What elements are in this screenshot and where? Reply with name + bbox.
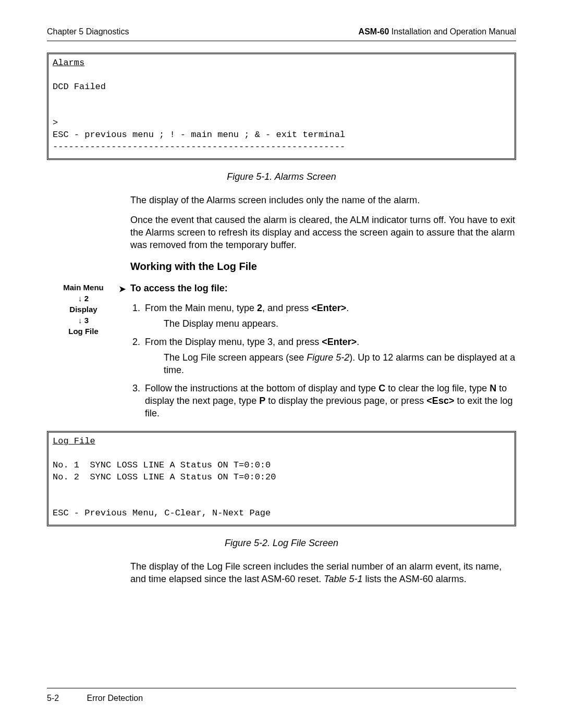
header-product: ASM-60 Installation and Operation Manual bbox=[359, 27, 516, 36]
breadcrumb-display: Display bbox=[47, 304, 120, 315]
body-text-2: The display of the Log File screen inclu… bbox=[130, 560, 516, 585]
step-1: From the Main menu, type 2, and press <E… bbox=[143, 302, 516, 330]
log-row-2: No. 2 SYNC LOSS LINE A Status ON T=0:0:2… bbox=[53, 472, 276, 482]
step-2-text-c: . bbox=[357, 337, 359, 347]
step-1-result: The Display menu appears. bbox=[164, 317, 516, 330]
lead-to-access-log-file: To access the log file: bbox=[130, 282, 516, 294]
step-1-key-enter: <Enter> bbox=[311, 303, 346, 313]
breadcrumb-arrow-2: ↓ 3 bbox=[47, 315, 120, 326]
step-3-text-a: Follow the instructions at the bottom of… bbox=[145, 383, 378, 393]
menu-breadcrumb: Main Menu ↓ 2 Display ↓ 3 Log File bbox=[47, 282, 120, 337]
log-file-screen-box: Log File No. 1 SYNC LOSS LINE A Status O… bbox=[47, 431, 516, 526]
step-1-text-e: . bbox=[346, 303, 349, 313]
footer-page-number: 5-2 bbox=[47, 694, 84, 703]
alarms-line1: DCD Failed bbox=[53, 82, 106, 92]
step-3-key-esc: <Esc> bbox=[426, 396, 454, 406]
step-2-figure-ref: Figure 5-2 bbox=[307, 352, 349, 363]
breadcrumb-main-menu: Main Menu bbox=[47, 282, 120, 293]
figure-5-2-caption: Figure 5-2. Log File Screen bbox=[47, 538, 516, 549]
step-3: Follow the instructions at the bottom of… bbox=[143, 382, 516, 420]
alarms-nav: ESC - previous menu ; ! - main menu ; & … bbox=[53, 130, 345, 140]
log-file-section: Main Menu ↓ 2 Display ↓ 3 Log File ➤ To … bbox=[47, 282, 516, 419]
para3-table-ref: Table 5-1 bbox=[324, 574, 362, 584]
header-product-rest: Installation and Operation Manual bbox=[389, 27, 516, 36]
pointer-icon: ➤ bbox=[119, 284, 126, 294]
steps-column: To access the log file: From the Main me… bbox=[130, 282, 516, 419]
step-1-key-2: 2 bbox=[257, 303, 262, 313]
breadcrumb-arrow-1: ↓ 2 bbox=[47, 293, 120, 304]
page-footer: 5-2 Error Detection bbox=[47, 688, 516, 703]
step-2-text-a: From the Display menu, type 3, and press bbox=[145, 337, 322, 347]
step-3-text-c: to clear the log file, type bbox=[385, 383, 489, 393]
step-2-key-enter: <Enter> bbox=[322, 337, 357, 347]
alarms-screen-box: Alarms DCD Failed > ESC - previous menu … bbox=[47, 53, 516, 160]
alarms-title: Alarms bbox=[53, 57, 84, 69]
log-nav: ESC - Previous Menu, C-Clear, N-Next Pag… bbox=[53, 508, 271, 518]
step-1-text-c: , and press bbox=[262, 303, 311, 313]
alarms-rule: ----------------------------------------… bbox=[53, 142, 345, 152]
step-2-result-a: The Log File screen appears (see bbox=[164, 352, 307, 363]
para-alarms-display: The display of the Alarms screen include… bbox=[130, 194, 516, 206]
steps-list: From the Main menu, type 2, and press <E… bbox=[130, 302, 516, 419]
log-file-title: Log File bbox=[53, 436, 95, 448]
step-3-text-g: to display the previous page, or press bbox=[265, 396, 426, 406]
header-product-bold: ASM-60 bbox=[359, 27, 389, 36]
step-3-key-p: P bbox=[259, 396, 265, 406]
heading-working-log-file: Working with the Log File bbox=[130, 261, 516, 273]
breadcrumb-log-file: Log File bbox=[47, 326, 120, 337]
page-header: Chapter 5 Diagnostics ASM-60 Installatio… bbox=[47, 27, 516, 41]
step-3-key-c: C bbox=[378, 383, 385, 393]
page: Chapter 5 Diagnostics ASM-60 Installatio… bbox=[0, 0, 563, 728]
alarms-prompt: > bbox=[53, 118, 58, 128]
para3-b: lists the ASM-60 alarms. bbox=[363, 574, 467, 584]
footer-section: Error Detection bbox=[87, 694, 143, 702]
log-row-1: No. 1 SYNC LOSS LINE A Status ON T=0:0:0 bbox=[53, 460, 271, 470]
step-1-text-a: From the Main menu, type bbox=[145, 303, 257, 313]
header-chapter: Chapter 5 Diagnostics bbox=[47, 27, 129, 36]
body-text-1: The display of the Alarms screen include… bbox=[130, 194, 516, 251]
para-alarms-clear: Once the event that caused the alarm is … bbox=[130, 214, 516, 251]
figure-5-1-caption: Figure 5-1. Alarms Screen bbox=[47, 171, 516, 182]
step-2-result: The Log File screen appears (see Figure … bbox=[164, 351, 516, 377]
step-3-key-n: N bbox=[489, 383, 496, 393]
para-log-display: The display of the Log File screen inclu… bbox=[130, 560, 516, 585]
step-2: From the Display menu, type 3, and press… bbox=[143, 336, 516, 377]
